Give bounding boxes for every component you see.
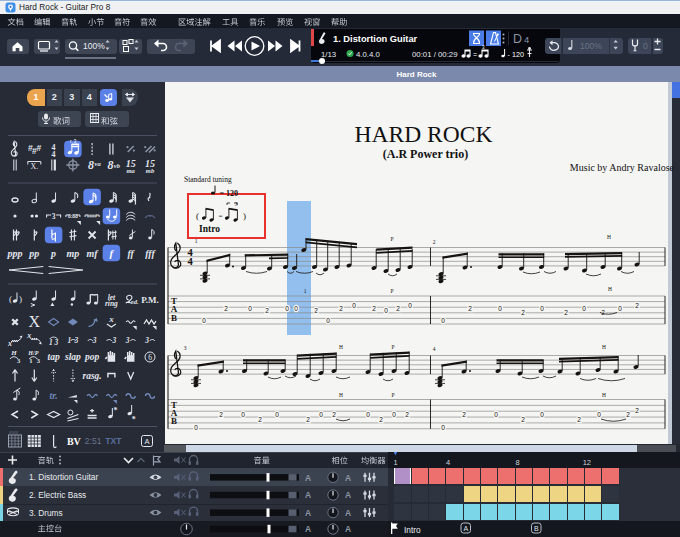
svg-text:D: D <box>513 32 522 46</box>
svg-text:2: 2 <box>224 305 228 312</box>
svg-text:*: * <box>132 415 136 424</box>
svg-text:3: 3 <box>144 336 149 345</box>
svg-text:0: 0 <box>540 305 544 312</box>
svg-text:3. Drums: 3. Drums <box>29 508 63 518</box>
svg-text:P: P <box>391 392 394 398</box>
svg-text:0: 0 <box>618 305 622 312</box>
svg-text:p: p <box>50 248 56 259</box>
svg-text:0: 0 <box>326 317 330 324</box>
svg-text:mp: mp <box>67 248 80 259</box>
svg-text:H: H <box>339 344 343 350</box>
svg-text:=: = <box>473 51 477 58</box>
svg-text:H: H <box>602 344 606 350</box>
svg-text:3: 3 <box>112 336 117 345</box>
svg-text:3: 3 <box>17 357 21 364</box>
svg-text:0: 0 <box>366 411 370 418</box>
svg-text:0: 0 <box>241 411 245 418</box>
svg-text:8: 8 <box>88 158 94 172</box>
svg-text:0: 0 <box>319 411 323 418</box>
svg-text:2: 2 <box>405 411 409 418</box>
svg-text:3: 3 <box>482 45 485 50</box>
svg-text:1: 1 <box>195 238 198 244</box>
svg-text:H: H <box>339 392 343 398</box>
svg-text:2: 2 <box>306 416 310 423</box>
svg-text:2: 2 <box>462 411 466 418</box>
svg-text:A: A <box>345 490 351 500</box>
svg-text:1/13: 1/13 <box>321 50 336 59</box>
svg-text:####: #### <box>9 430 19 435</box>
svg-text:H: H <box>602 392 606 398</box>
svg-text:2: 2 <box>601 309 605 316</box>
svg-text:100%: 100% <box>580 41 602 51</box>
svg-text:fff: fff <box>145 248 156 259</box>
svg-text:2:51: 2:51 <box>85 436 102 446</box>
svg-text:1. Distortion Guitar: 1. Distortion Guitar <box>333 34 418 44</box>
svg-text:): ) <box>243 211 246 221</box>
svg-text:ed.: ed. <box>131 298 139 305</box>
svg-text:0: 0 <box>441 424 445 431</box>
svg-text:2: 2 <box>521 416 525 423</box>
svg-text:0: 0 <box>643 41 648 51</box>
svg-text:P: P <box>390 236 393 242</box>
svg-text:2: 2 <box>339 305 343 312</box>
svg-text:3: 3 <box>125 336 130 345</box>
svg-text:H: H <box>607 234 611 240</box>
svg-text:0: 0 <box>352 302 356 309</box>
svg-text:slap: slap <box>64 352 81 362</box>
svg-text:A: A <box>305 524 311 534</box>
svg-text:2: 2 <box>521 309 525 316</box>
svg-text:ff: ff <box>127 248 135 259</box>
svg-text:0: 0 <box>384 307 388 314</box>
svg-text:B: B <box>171 313 177 323</box>
svg-text:P: P <box>391 344 394 350</box>
svg-text:ring: ring <box>105 299 118 308</box>
svg-text:0: 0 <box>202 317 206 324</box>
svg-text:r. 3: r. 3 <box>70 139 77 144</box>
svg-text:####: #### <box>87 214 98 219</box>
svg-text:2. Electric Bass: 2. Electric Bass <box>29 490 86 500</box>
svg-text:6: 6 <box>148 353 152 362</box>
svg-text:(: ( <box>9 294 12 304</box>
svg-text:H: H <box>10 349 17 357</box>
svg-text:0: 0 <box>494 411 498 418</box>
svg-text:4: 4 <box>524 34 529 45</box>
svg-text:0: 0 <box>248 305 252 312</box>
svg-text:mb: mb <box>146 167 155 174</box>
svg-text:1: 1 <box>304 288 307 294</box>
svg-text:B: B <box>171 416 177 426</box>
svg-text:-: - <box>508 51 511 58</box>
svg-text:BV: BV <box>67 436 82 447</box>
svg-text:100%: 100% <box>83 41 105 51</box>
svg-text:3: 3 <box>37 357 41 364</box>
svg-text:H: H <box>608 286 612 292</box>
svg-text:1: 1 <box>29 357 32 364</box>
svg-text:0: 0 <box>275 411 279 418</box>
svg-text:4: 4 <box>187 256 193 267</box>
svg-text:2: 2 <box>258 416 262 423</box>
svg-text:H/P: H/P <box>27 350 38 356</box>
svg-text:A: A <box>345 524 351 534</box>
svg-text:B: B <box>534 525 539 532</box>
svg-text:3: 3 <box>234 201 238 207</box>
svg-text:Intro: Intro <box>404 525 421 535</box>
svg-text:ma: ma <box>127 167 136 174</box>
svg-text:*: * <box>113 406 117 415</box>
svg-text:3: 3 <box>184 345 187 351</box>
svg-text:0: 0 <box>597 411 601 418</box>
svg-text:A: A <box>463 525 468 532</box>
svg-text:tr.: tr. <box>50 391 58 401</box>
svg-text:x: x <box>7 339 12 348</box>
svg-text:1 3: 1 3 <box>49 338 59 347</box>
svg-text:=: = <box>219 212 223 220</box>
svg-text:2: 2 <box>265 307 269 314</box>
svg-text:TXT: TXT <box>105 436 122 446</box>
svg-text:pp: pp <box>28 248 39 259</box>
svg-text:0: 0 <box>285 305 289 312</box>
svg-text:2: 2 <box>626 411 630 418</box>
svg-text:2: 2 <box>219 411 223 418</box>
svg-text:#: # <box>36 143 41 153</box>
svg-text:x: x <box>108 314 114 324</box>
svg-text:0: 0 <box>582 305 586 312</box>
svg-text:0: 0 <box>392 411 396 418</box>
svg-text:8:88: 8:88 <box>68 213 78 219</box>
